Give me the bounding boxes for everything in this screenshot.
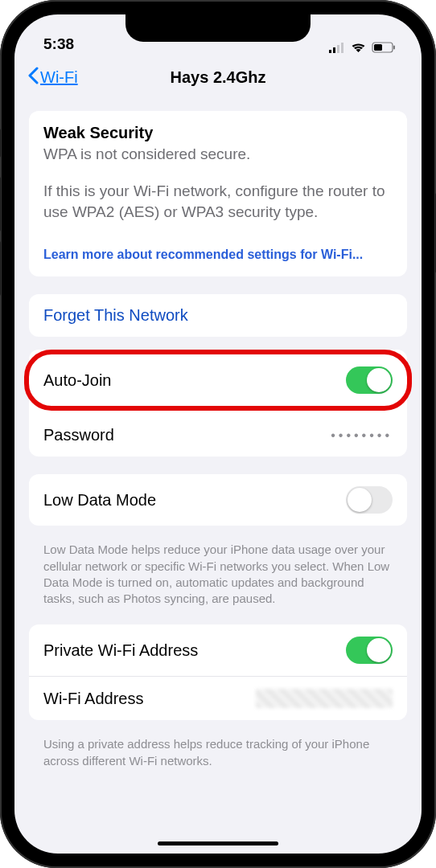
silent-switch	[0, 129, 1, 158]
wifi-address-value	[256, 689, 393, 708]
forget-network-button[interactable]: Forget This Network	[29, 294, 407, 337]
page-title: Hays 2.4Ghz	[171, 68, 266, 87]
svg-rect-1	[333, 47, 335, 53]
low-data-row[interactable]: Low Data Mode	[29, 474, 407, 526]
weak-security-title: Weak Security	[43, 124, 393, 142]
weak-security-card: Weak Security WPA is not considered secu…	[29, 111, 407, 276]
weak-security-body: If this is your Wi-Fi network, configure…	[43, 181, 393, 222]
low-data-card: Low Data Mode	[29, 474, 407, 526]
back-button[interactable]: Wi-Fi	[27, 67, 78, 88]
chevron-left-icon	[27, 67, 39, 88]
svg-rect-5	[374, 44, 382, 51]
wifi-address-row[interactable]: Wi-Fi Address	[29, 677, 407, 720]
auto-join-row[interactable]: Auto-Join	[29, 354, 407, 406]
back-label: Wi-Fi	[40, 68, 78, 87]
screen: 5:38 Wi-Fi Hays 2.4Ghz	[14, 14, 422, 854]
private-address-label: Private Wi-Fi Address	[43, 641, 198, 660]
svg-rect-0	[329, 50, 331, 53]
volume-down-button	[0, 241, 1, 296]
low-data-toggle[interactable]	[346, 486, 393, 514]
private-footer: Using a private address helps reduce tra…	[29, 728, 407, 769]
nav-bar: Wi-Fi Hays 2.4Ghz	[14, 56, 422, 98]
weak-security-link[interactable]: Learn more about recommended settings fo…	[43, 240, 393, 273]
forget-network-label: Forget This Network	[43, 306, 188, 325]
svg-rect-3	[341, 43, 343, 53]
status-time: 5:38	[43, 35, 74, 53]
wifi-icon	[351, 42, 366, 53]
home-indicator[interactable]	[158, 841, 278, 845]
notch	[125, 14, 311, 42]
auto-join-toggle[interactable]	[346, 366, 393, 394]
svg-rect-6	[393, 46, 395, 50]
content-area: Weak Security WPA is not considered secu…	[14, 98, 422, 854]
wifi-address-label: Wi-Fi Address	[43, 690, 143, 708]
volume-up-button	[0, 177, 1, 231]
join-card: Auto-Join Password ••••••••	[29, 350, 407, 457]
password-label: Password	[43, 426, 114, 444]
auto-join-highlight: Auto-Join	[24, 350, 412, 411]
forget-network-card: Forget This Network	[29, 294, 407, 337]
private-address-toggle[interactable]	[346, 637, 393, 664]
address-card: Private Wi-Fi Address Wi-Fi Address	[29, 624, 407, 720]
weak-security-subtitle: WPA is not considered secure.	[43, 145, 393, 163]
phone-frame: 5:38 Wi-Fi Hays 2.4Ghz	[0, 0, 436, 868]
low-data-label: Low Data Mode	[43, 491, 156, 510]
low-data-footer: Low Data Mode helps reduce your iPhone d…	[29, 534, 407, 607]
auto-join-label: Auto-Join	[43, 371, 112, 390]
password-value: ••••••••	[331, 428, 393, 443]
private-address-row[interactable]: Private Wi-Fi Address	[29, 624, 407, 677]
battery-icon	[372, 42, 396, 53]
password-row[interactable]: Password ••••••••	[29, 414, 407, 457]
cellular-icon	[329, 43, 345, 53]
svg-rect-2	[337, 45, 339, 53]
